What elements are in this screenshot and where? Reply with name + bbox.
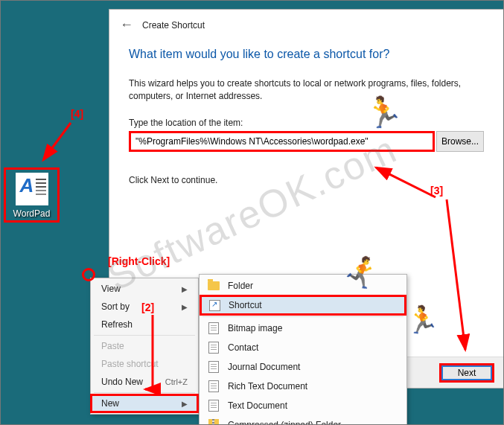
separator — [94, 392, 195, 393]
next-button[interactable]: Next — [439, 363, 494, 383]
sub-journal[interactable]: Journal Document — [200, 357, 406, 377]
folder-icon — [207, 279, 220, 293]
zip-icon — [207, 418, 220, 425]
journal-icon — [207, 360, 220, 374]
sub-rtf[interactable]: Rich Text Document — [200, 377, 406, 396]
chevron-right-icon: ▶ — [182, 400, 188, 408]
chevron-right-icon: ▶ — [182, 285, 188, 293]
new-submenu: Folder Shortcut Bitmap image Contact Jou… — [199, 274, 407, 425]
wordpad-icon — [16, 173, 48, 205]
wizard-heading: What item would you like to create a sho… — [129, 48, 484, 61]
ctx-paste: Paste — [91, 337, 198, 355]
desktop-context-menu: View▶ Sort by▶ Refresh Paste Paste short… — [90, 278, 199, 415]
location-label: Type the location of the item: — [129, 118, 484, 128]
sub-text[interactable]: Text Document — [200, 396, 406, 415]
contact-icon — [207, 341, 220, 354]
rtf-icon — [207, 380, 220, 393]
wizard-description: This wizard helps you to create shortcut… — [129, 77, 484, 103]
sub-zip[interactable]: Compressed (zipped) Folder — [200, 415, 406, 425]
ctx-view[interactable]: View▶ — [91, 280, 198, 298]
bitmap-icon — [207, 322, 220, 335]
desktop-shortcut[interactable]: WordPad — [4, 167, 60, 223]
shortcut-icon — [208, 298, 221, 312]
sub-contact[interactable]: Contact — [200, 338, 406, 357]
sub-folder[interactable]: Folder — [200, 276, 406, 295]
annotation-click-point — [82, 268, 95, 281]
wizard-header: ← Create Shortcut — [109, 10, 503, 40]
separator — [94, 335, 195, 336]
sub-shortcut[interactable]: Shortcut — [200, 295, 406, 316]
separator — [202, 316, 403, 317]
continue-text: Click Next to continue. — [129, 174, 484, 187]
ctx-paste-shortcut: Paste shortcut — [91, 355, 198, 373]
ctx-undo-new[interactable]: Undo NewCtrl+Z — [91, 373, 198, 391]
desktop-shortcut-label: WordPad — [7, 208, 56, 219]
back-arrow-icon[interactable]: ← — [120, 17, 133, 33]
ctx-new[interactable]: New▶ — [90, 394, 199, 413]
sub-bitmap[interactable]: Bitmap image — [200, 319, 406, 338]
annotation-4: [4] — [71, 108, 83, 120]
browse-button[interactable]: Browse... — [436, 131, 484, 152]
wizard-body: What item would you like to create a sho… — [109, 40, 503, 208]
text-icon — [207, 399, 220, 412]
wizard-title: Create Shortcut — [142, 20, 205, 31]
location-input[interactable] — [129, 131, 435, 152]
chevron-right-icon: ▶ — [182, 303, 188, 311]
ctx-sort-by[interactable]: Sort by▶ — [91, 298, 198, 316]
ctx-refresh[interactable]: Refresh — [91, 316, 198, 333]
